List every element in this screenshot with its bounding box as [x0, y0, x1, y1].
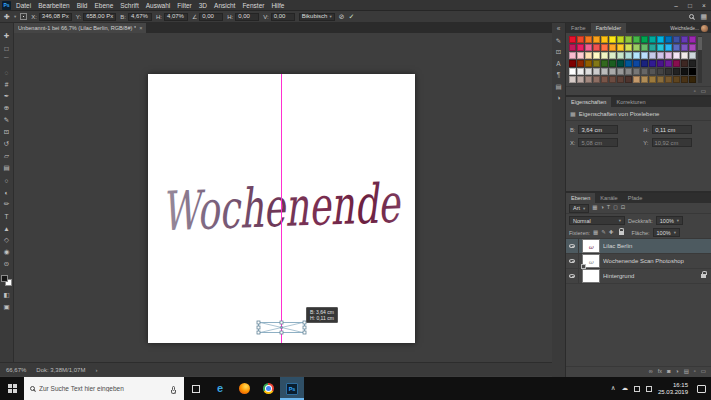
healing-brush-tool[interactable]: ⊕	[0, 102, 14, 114]
zoom-level[interactable]: 66,67%	[6, 367, 26, 373]
adjustment-layer-icon[interactable]: ◑	[675, 369, 678, 375]
transform-box[interactable]	[258, 319, 305, 330]
color-swatch[interactable]	[641, 68, 648, 75]
dodge-tool[interactable]: ◐	[0, 186, 14, 198]
move-tool[interactable]: ✚	[0, 30, 14, 42]
color-swatch[interactable]	[665, 68, 672, 75]
color-swatch[interactable]	[601, 36, 608, 43]
fill-dropdown[interactable]: 100% ▾	[653, 228, 680, 237]
color-swatch[interactable]	[665, 60, 672, 67]
color-swatch[interactable]	[673, 60, 680, 67]
color-swatch[interactable]	[625, 52, 632, 59]
character-panel-icon[interactable]: A	[556, 61, 560, 68]
color-swatch[interactable]	[649, 36, 656, 43]
color-swatch[interactable]	[617, 36, 624, 43]
link-layers-icon[interactable]: ∞	[649, 369, 653, 375]
tab-korrekturen[interactable]: Korrekturen	[611, 97, 650, 107]
color-swatch[interactable]	[609, 36, 616, 43]
blend-mode-dropdown[interactable]: Normal ▾	[569, 216, 625, 225]
tab-eigenschaften[interactable]: Eigenschaften	[566, 97, 611, 107]
v-skew-field[interactable]: 0,00	[271, 13, 295, 21]
zoom-tool[interactable]: ⊙	[0, 258, 14, 270]
taskbar-search[interactable]: Zur Suche Text hier eingeben	[24, 377, 184, 400]
angle-field[interactable]: 0,00	[199, 13, 223, 21]
color-swatch[interactable]	[625, 36, 632, 43]
menu-item[interactable]: 3D	[199, 2, 207, 9]
search-icon[interactable]	[689, 14, 694, 19]
tab-ebenen[interactable]: Ebenen	[566, 193, 595, 203]
color-swatch[interactable]	[617, 52, 624, 59]
color-swatch[interactable]	[673, 76, 680, 83]
color-swatch[interactable]	[569, 44, 576, 51]
new-swatch-icon[interactable]: ▫	[694, 88, 696, 94]
paragraph-panel-icon[interactable]: ¶	[557, 72, 561, 79]
tray-icon[interactable]	[634, 386, 640, 392]
screen-mode-button[interactable]: ▣	[0, 301, 14, 313]
color-swatch[interactable]	[681, 60, 688, 67]
color-swatch[interactable]	[649, 76, 656, 83]
layer-thumbnail[interactable]: ω	[583, 240, 599, 252]
color-swatch[interactable]	[609, 52, 616, 59]
color-swatch[interactable]	[657, 76, 664, 83]
color-swatch[interactable]	[617, 60, 624, 67]
color-swatch[interactable]	[585, 52, 592, 59]
color-swatch[interactable]	[633, 36, 640, 43]
layer-visibility-toggle[interactable]	[566, 254, 579, 268]
color-swatch[interactable]	[641, 52, 648, 59]
minimize-button[interactable]: –	[669, 2, 683, 9]
color-swatch[interactable]	[681, 44, 688, 51]
lock-transparent-icon[interactable]: ▦	[593, 230, 598, 236]
lock-position-icon[interactable]: ✚	[609, 230, 614, 236]
layer-row[interactable]: Hintergrund	[566, 269, 711, 284]
color-swatch[interactable]	[673, 68, 680, 75]
color-swatch[interactable]	[569, 68, 576, 75]
layer-row[interactable]: ω Wochenende Scan Photoshop	[566, 254, 711, 269]
maximize-button[interactable]: □	[683, 2, 697, 9]
color-swatch[interactable]	[601, 68, 608, 75]
color-swatch[interactable]	[593, 36, 600, 43]
color-swatch[interactable]	[577, 68, 584, 75]
eraser-tool[interactable]: ▱	[0, 150, 14, 162]
account-avatar[interactable]	[701, 25, 708, 32]
width-field[interactable]: 3,64 cm	[578, 125, 618, 134]
taskbar-chrome-icon[interactable]	[256, 377, 280, 400]
menu-item[interactable]: Ebene	[94, 2, 113, 9]
taskbar-firefox-icon[interactable]	[232, 377, 256, 400]
color-swatch[interactable]	[625, 76, 632, 83]
color-swatch[interactable]	[665, 36, 672, 43]
delete-swatch-icon[interactable]: ▭	[701, 88, 706, 94]
color-swatch[interactable]	[665, 44, 672, 51]
tray-chevron-icon[interactable]: ∧	[611, 385, 616, 392]
tool-preset-caret-icon[interactable]: ▾	[14, 14, 16, 19]
color-swatch[interactable]	[681, 76, 688, 83]
width-field[interactable]: 4,67%	[128, 13, 152, 21]
color-swatch[interactable]	[673, 44, 680, 51]
color-swatch[interactable]	[641, 44, 648, 51]
quick-selection-tool[interactable]: ◌	[0, 66, 14, 78]
color-swatch[interactable]	[577, 52, 584, 59]
adjustments-panel-icon[interactable]: ◑	[557, 95, 561, 102]
lock-paint-icon[interactable]: ✎	[601, 230, 606, 236]
color-swatch[interactable]	[681, 52, 688, 59]
color-swatch[interactable]	[601, 60, 608, 67]
color-swatch[interactable]	[577, 36, 584, 43]
color-swatch[interactable]	[601, 76, 608, 83]
y-field[interactable]: 10,92 cm	[652, 138, 692, 147]
type-tool[interactable]: T	[0, 210, 14, 222]
menu-item[interactable]: Ansicht	[214, 2, 235, 9]
brushes-panel-icon[interactable]: ✎	[556, 38, 561, 45]
layer-thumbnail[interactable]	[583, 270, 599, 282]
color-swatch[interactable]	[649, 52, 656, 59]
menu-item[interactable]: Datei	[16, 2, 31, 9]
eyedropper-tool[interactable]: ✒	[0, 90, 14, 102]
layer-mask-icon[interactable]: ◙	[667, 369, 670, 375]
color-swatch[interactable]	[665, 52, 672, 59]
type-filter-icon[interactable]: T	[607, 205, 610, 211]
color-swatch[interactable]	[577, 44, 584, 51]
close-button[interactable]: ×	[697, 2, 711, 9]
color-swatch[interactable]	[577, 60, 584, 67]
color-swatch[interactable]	[625, 60, 632, 67]
history-brush-tool[interactable]: ↺	[0, 138, 14, 150]
cancel-transform-button[interactable]: ⊘	[339, 13, 345, 20]
adjustment-filter-icon[interactable]: ◑	[601, 205, 604, 211]
